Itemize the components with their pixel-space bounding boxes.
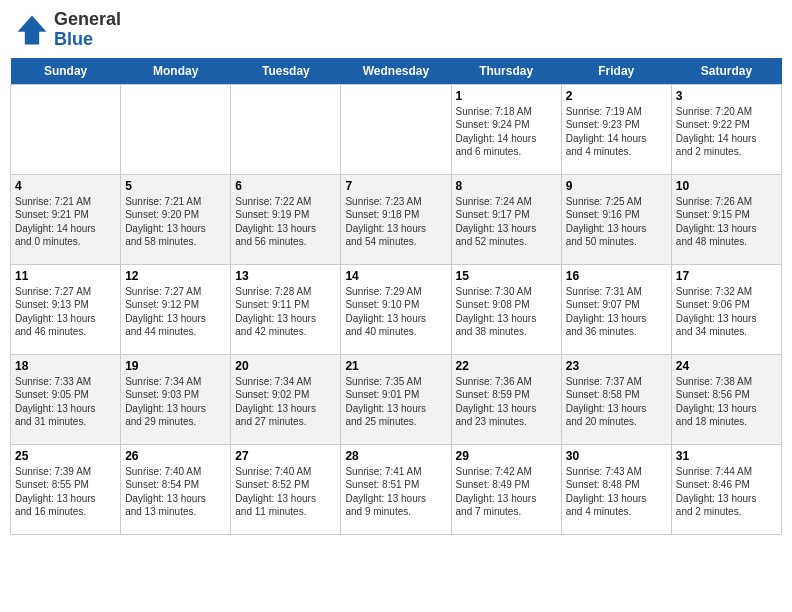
- day-info: Sunrise: 7:20 AM Sunset: 9:22 PM Dayligh…: [676, 105, 777, 159]
- column-header-sunday: Sunday: [11, 58, 121, 85]
- column-header-wednesday: Wednesday: [341, 58, 451, 85]
- day-number: 21: [345, 359, 446, 373]
- calendar-cell: 2Sunrise: 7:19 AM Sunset: 9:23 PM Daylig…: [561, 84, 671, 174]
- day-number: 4: [15, 179, 116, 193]
- day-number: 15: [456, 269, 557, 283]
- svg-marker-0: [18, 15, 47, 44]
- week-row-1: 1Sunrise: 7:18 AM Sunset: 9:24 PM Daylig…: [11, 84, 782, 174]
- day-info: Sunrise: 7:27 AM Sunset: 9:13 PM Dayligh…: [15, 285, 116, 339]
- calendar-cell: [11, 84, 121, 174]
- week-row-2: 4Sunrise: 7:21 AM Sunset: 9:21 PM Daylig…: [11, 174, 782, 264]
- page-header: General Blue: [10, 10, 782, 50]
- day-info: Sunrise: 7:28 AM Sunset: 9:11 PM Dayligh…: [235, 285, 336, 339]
- logo: General Blue: [14, 10, 121, 50]
- calendar-table: SundayMondayTuesdayWednesdayThursdayFrid…: [10, 58, 782, 535]
- calendar-cell: 5Sunrise: 7:21 AM Sunset: 9:20 PM Daylig…: [121, 174, 231, 264]
- day-info: Sunrise: 7:34 AM Sunset: 9:02 PM Dayligh…: [235, 375, 336, 429]
- calendar-cell: 30Sunrise: 7:43 AM Sunset: 8:48 PM Dayli…: [561, 444, 671, 534]
- day-number: 5: [125, 179, 226, 193]
- day-number: 19: [125, 359, 226, 373]
- header-row: SundayMondayTuesdayWednesdayThursdayFrid…: [11, 58, 782, 85]
- calendar-cell: 12Sunrise: 7:27 AM Sunset: 9:12 PM Dayli…: [121, 264, 231, 354]
- day-number: 28: [345, 449, 446, 463]
- day-info: Sunrise: 7:43 AM Sunset: 8:48 PM Dayligh…: [566, 465, 667, 519]
- day-info: Sunrise: 7:33 AM Sunset: 9:05 PM Dayligh…: [15, 375, 116, 429]
- day-info: Sunrise: 7:21 AM Sunset: 9:20 PM Dayligh…: [125, 195, 226, 249]
- day-number: 3: [676, 89, 777, 103]
- day-info: Sunrise: 7:32 AM Sunset: 9:06 PM Dayligh…: [676, 285, 777, 339]
- day-number: 30: [566, 449, 667, 463]
- day-number: 10: [676, 179, 777, 193]
- week-row-3: 11Sunrise: 7:27 AM Sunset: 9:13 PM Dayli…: [11, 264, 782, 354]
- day-number: 9: [566, 179, 667, 193]
- day-number: 31: [676, 449, 777, 463]
- calendar-cell: 15Sunrise: 7:30 AM Sunset: 9:08 PM Dayli…: [451, 264, 561, 354]
- day-info: Sunrise: 7:24 AM Sunset: 9:17 PM Dayligh…: [456, 195, 557, 249]
- day-number: 26: [125, 449, 226, 463]
- day-info: Sunrise: 7:38 AM Sunset: 8:56 PM Dayligh…: [676, 375, 777, 429]
- day-info: Sunrise: 7:35 AM Sunset: 9:01 PM Dayligh…: [345, 375, 446, 429]
- day-info: Sunrise: 7:41 AM Sunset: 8:51 PM Dayligh…: [345, 465, 446, 519]
- calendar-cell: [121, 84, 231, 174]
- calendar-cell: 9Sunrise: 7:25 AM Sunset: 9:16 PM Daylig…: [561, 174, 671, 264]
- day-info: Sunrise: 7:42 AM Sunset: 8:49 PM Dayligh…: [456, 465, 557, 519]
- day-info: Sunrise: 7:27 AM Sunset: 9:12 PM Dayligh…: [125, 285, 226, 339]
- column-header-friday: Friday: [561, 58, 671, 85]
- calendar-cell: 3Sunrise: 7:20 AM Sunset: 9:22 PM Daylig…: [671, 84, 781, 174]
- day-number: 2: [566, 89, 667, 103]
- day-info: Sunrise: 7:25 AM Sunset: 9:16 PM Dayligh…: [566, 195, 667, 249]
- day-number: 12: [125, 269, 226, 283]
- logo-text: General Blue: [54, 10, 121, 50]
- calendar-cell: 19Sunrise: 7:34 AM Sunset: 9:03 PM Dayli…: [121, 354, 231, 444]
- day-number: 22: [456, 359, 557, 373]
- day-info: Sunrise: 7:39 AM Sunset: 8:55 PM Dayligh…: [15, 465, 116, 519]
- calendar-cell: [341, 84, 451, 174]
- day-number: 11: [15, 269, 116, 283]
- day-info: Sunrise: 7:19 AM Sunset: 9:23 PM Dayligh…: [566, 105, 667, 159]
- calendar-cell: 25Sunrise: 7:39 AM Sunset: 8:55 PM Dayli…: [11, 444, 121, 534]
- day-info: Sunrise: 7:36 AM Sunset: 8:59 PM Dayligh…: [456, 375, 557, 429]
- day-number: 20: [235, 359, 336, 373]
- calendar-cell: 22Sunrise: 7:36 AM Sunset: 8:59 PM Dayli…: [451, 354, 561, 444]
- day-number: 18: [15, 359, 116, 373]
- day-info: Sunrise: 7:23 AM Sunset: 9:18 PM Dayligh…: [345, 195, 446, 249]
- day-info: Sunrise: 7:30 AM Sunset: 9:08 PM Dayligh…: [456, 285, 557, 339]
- day-number: 16: [566, 269, 667, 283]
- day-number: 27: [235, 449, 336, 463]
- calendar-cell: 11Sunrise: 7:27 AM Sunset: 9:13 PM Dayli…: [11, 264, 121, 354]
- day-info: Sunrise: 7:22 AM Sunset: 9:19 PM Dayligh…: [235, 195, 336, 249]
- calendar-cell: 26Sunrise: 7:40 AM Sunset: 8:54 PM Dayli…: [121, 444, 231, 534]
- day-info: Sunrise: 7:29 AM Sunset: 9:10 PM Dayligh…: [345, 285, 446, 339]
- day-info: Sunrise: 7:31 AM Sunset: 9:07 PM Dayligh…: [566, 285, 667, 339]
- calendar-cell: 21Sunrise: 7:35 AM Sunset: 9:01 PM Dayli…: [341, 354, 451, 444]
- calendar-cell: 1Sunrise: 7:18 AM Sunset: 9:24 PM Daylig…: [451, 84, 561, 174]
- day-info: Sunrise: 7:37 AM Sunset: 8:58 PM Dayligh…: [566, 375, 667, 429]
- day-number: 6: [235, 179, 336, 193]
- calendar-cell: 17Sunrise: 7:32 AM Sunset: 9:06 PM Dayli…: [671, 264, 781, 354]
- column-header-saturday: Saturday: [671, 58, 781, 85]
- calendar-cell: 29Sunrise: 7:42 AM Sunset: 8:49 PM Dayli…: [451, 444, 561, 534]
- day-number: 14: [345, 269, 446, 283]
- day-info: Sunrise: 7:18 AM Sunset: 9:24 PM Dayligh…: [456, 105, 557, 159]
- day-info: Sunrise: 7:40 AM Sunset: 8:52 PM Dayligh…: [235, 465, 336, 519]
- day-number: 7: [345, 179, 446, 193]
- calendar-cell: 31Sunrise: 7:44 AM Sunset: 8:46 PM Dayli…: [671, 444, 781, 534]
- day-info: Sunrise: 7:21 AM Sunset: 9:21 PM Dayligh…: [15, 195, 116, 249]
- week-row-5: 25Sunrise: 7:39 AM Sunset: 8:55 PM Dayli…: [11, 444, 782, 534]
- calendar-cell: 24Sunrise: 7:38 AM Sunset: 8:56 PM Dayli…: [671, 354, 781, 444]
- calendar-cell: 10Sunrise: 7:26 AM Sunset: 9:15 PM Dayli…: [671, 174, 781, 264]
- column-header-monday: Monday: [121, 58, 231, 85]
- calendar-cell: [231, 84, 341, 174]
- day-number: 8: [456, 179, 557, 193]
- day-info: Sunrise: 7:34 AM Sunset: 9:03 PM Dayligh…: [125, 375, 226, 429]
- column-header-tuesday: Tuesday: [231, 58, 341, 85]
- day-number: 1: [456, 89, 557, 103]
- day-number: 13: [235, 269, 336, 283]
- day-number: 23: [566, 359, 667, 373]
- calendar-cell: 27Sunrise: 7:40 AM Sunset: 8:52 PM Dayli…: [231, 444, 341, 534]
- calendar-cell: 14Sunrise: 7:29 AM Sunset: 9:10 PM Dayli…: [341, 264, 451, 354]
- calendar-cell: 7Sunrise: 7:23 AM Sunset: 9:18 PM Daylig…: [341, 174, 451, 264]
- day-number: 25: [15, 449, 116, 463]
- logo-icon: [14, 12, 50, 48]
- week-row-4: 18Sunrise: 7:33 AM Sunset: 9:05 PM Dayli…: [11, 354, 782, 444]
